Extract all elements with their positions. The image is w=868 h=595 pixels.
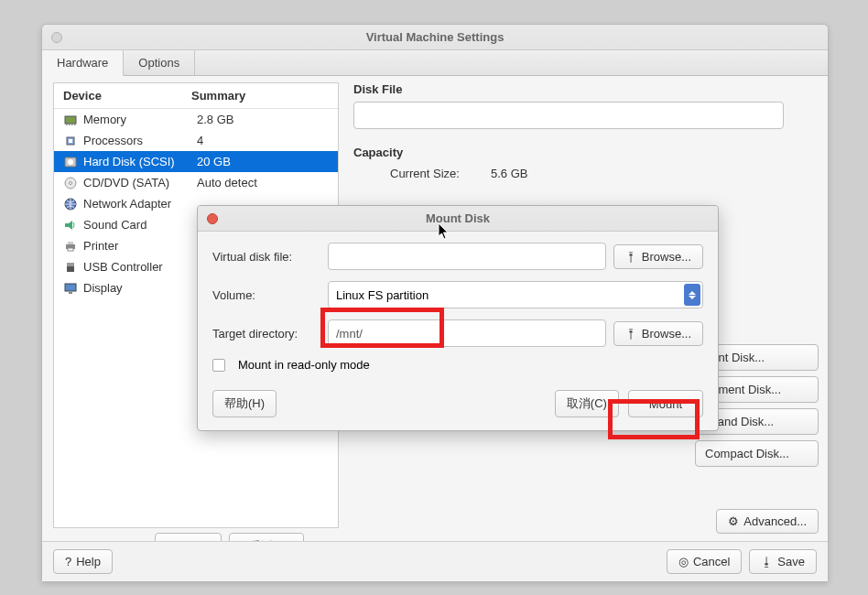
- tab-bar: Hardware Options: [42, 50, 828, 76]
- svg-point-10: [70, 181, 72, 184]
- window-title: Virtual Machine Settings: [42, 30, 828, 44]
- display-icon: [63, 282, 78, 295]
- device-summary: 20 GB: [197, 155, 231, 168]
- header-device: Device: [63, 89, 191, 103]
- upload-icon: ⭱: [625, 327, 637, 341]
- footer: ?Help ◎Cancel ⭳Save: [42, 541, 828, 581]
- readonly-checkbox[interactable]: [212, 359, 225, 372]
- help-icon: ?: [65, 555, 71, 568]
- header-summary: Summary: [191, 89, 329, 103]
- svg-rect-16: [67, 263, 74, 266]
- cd-icon: [63, 177, 78, 189]
- target-label: Target directory:: [212, 327, 320, 341]
- svg-rect-17: [67, 266, 74, 272]
- titlebar[interactable]: Virtual Machine Settings: [42, 25, 828, 50]
- readonly-label: Mount in read-only mode: [238, 358, 370, 372]
- device-row-cd[interactable]: CD/DVD (SATA)Auto detect: [54, 172, 338, 193]
- device-summary: 4: [197, 134, 203, 147]
- device-name: USB Controller: [83, 260, 197, 274]
- compact-disk-button[interactable]: Compact Disk...: [695, 440, 819, 467]
- svg-rect-18: [65, 284, 76, 291]
- device-name: CD/DVD (SATA): [83, 176, 197, 189]
- svg-rect-4: [74, 124, 76, 125]
- vdf-browse-button[interactable]: ⭱Browse...: [613, 244, 703, 269]
- upload-icon: ⭱: [625, 250, 637, 264]
- dialog-titlebar[interactable]: Mount Disk: [198, 206, 718, 232]
- device-row-memory[interactable]: Memory2.8 GB: [54, 109, 338, 130]
- panel-header: Device Summary: [54, 83, 338, 109]
- volume-value: Linux FS partition: [336, 288, 429, 302]
- svg-rect-1: [66, 124, 68, 125]
- cancel-icon: ◎: [678, 555, 689, 568]
- net-icon: [63, 198, 78, 211]
- vdf-label: Virtual disk file:: [212, 250, 320, 264]
- device-name: Display: [83, 281, 197, 295]
- dialog-close-icon[interactable]: [207, 213, 218, 224]
- svg-rect-2: [69, 124, 71, 125]
- device-name: Printer: [83, 239, 197, 253]
- device-row-cpu[interactable]: Processors4: [54, 130, 338, 151]
- device-name: Network Adapter: [83, 197, 197, 211]
- mount-disk-dialog: Mount Disk Virtual disk file: ⭱Browse...…: [197, 205, 719, 431]
- svg-rect-14: [68, 242, 73, 244]
- device-name: Processors: [83, 134, 197, 147]
- advanced-button[interactable]: ⚙Advanced...: [716, 509, 819, 534]
- tab-options[interactable]: Options: [124, 50, 195, 75]
- volume-label: Volume:: [212, 288, 320, 302]
- current-size-label: Current Size:: [390, 167, 491, 180]
- svg-rect-3: [71, 124, 73, 125]
- help-button[interactable]: ?Help: [53, 549, 113, 574]
- target-input[interactable]: [328, 319, 606, 347]
- cancel-button[interactable]: ◎Cancel: [667, 549, 742, 574]
- dialog-title: Mount Disk: [198, 211, 718, 225]
- current-size-value: 5.6 GB: [491, 167, 527, 180]
- save-button[interactable]: ⭳Save: [749, 549, 817, 574]
- device-summary: Auto detect: [197, 176, 257, 189]
- svg-point-8: [68, 159, 73, 165]
- svg-rect-19: [69, 292, 72, 294]
- capacity-row: Current Size: 5.6 GB: [353, 165, 819, 182]
- tab-hardware[interactable]: Hardware: [42, 50, 124, 76]
- sound-icon: [63, 219, 78, 232]
- disk-file-label: Disk File: [353, 82, 819, 96]
- device-name: Hard Disk (SCSI): [83, 155, 197, 168]
- chevron-updown-icon: [684, 284, 700, 306]
- device-row-disk[interactable]: Hard Disk (SCSI)20 GB: [54, 151, 338, 172]
- disk-file-input[interactable]: [353, 102, 784, 129]
- save-icon: ⭳: [761, 555, 773, 568]
- disk-icon: [63, 156, 78, 168]
- svg-rect-12: [65, 223, 69, 227]
- close-icon[interactable]: [51, 32, 62, 43]
- capacity-label: Capacity: [353, 146, 819, 159]
- device-name: Sound Card: [83, 218, 197, 232]
- cpu-icon: [63, 135, 78, 147]
- printer-icon: [63, 240, 78, 253]
- memory-icon: [63, 114, 78, 126]
- device-summary: 2.8 GB: [197, 113, 233, 126]
- volume-select[interactable]: Linux FS partition: [328, 281, 703, 308]
- device-name: Memory: [83, 113, 197, 126]
- svg-rect-15: [68, 248, 73, 251]
- target-browse-button[interactable]: ⭱Browse...: [613, 321, 703, 346]
- dialog-cancel-button[interactable]: 取消(C): [555, 390, 619, 417]
- dialog-help-button[interactable]: 帮助(H): [212, 390, 277, 417]
- gear-icon: ⚙: [728, 514, 739, 528]
- svg-rect-0: [65, 116, 76, 124]
- dialog-mount-button[interactable]: Mount: [628, 390, 703, 417]
- vdf-input[interactable]: [328, 243, 606, 270]
- usb-icon: [63, 261, 78, 274]
- svg-rect-6: [69, 139, 72, 143]
